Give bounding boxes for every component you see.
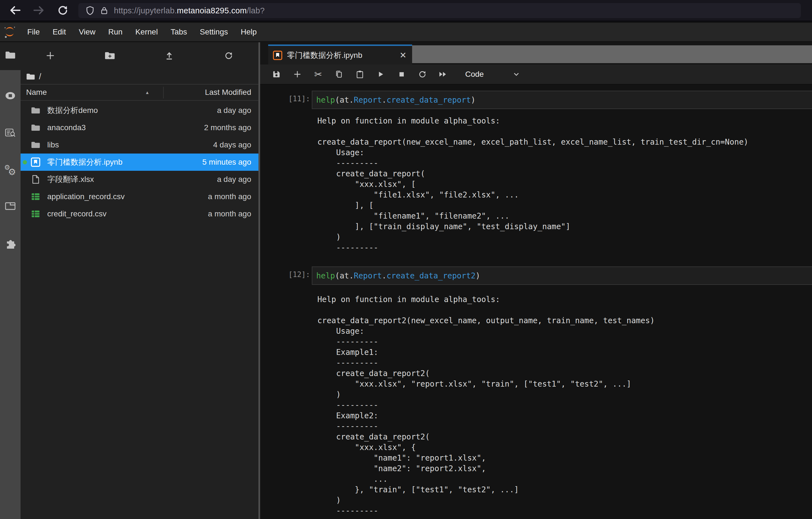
notebook-toolbar: ✂ Code (260, 64, 812, 85)
cell-output-text: Help on function in module alpha_tools: … (317, 116, 748, 253)
file-modified: 4 days ago (213, 140, 251, 149)
close-tab-icon[interactable]: ✕ (400, 50, 407, 60)
menu-item-settings[interactable]: Settings (200, 28, 228, 36)
file-icon (30, 175, 41, 184)
file-name: application_record.csv (47, 192, 125, 201)
home-folder-icon[interactable] (26, 73, 35, 80)
paste-cells-button[interactable] (354, 66, 366, 82)
folder-icon (30, 107, 41, 114)
notebook-icon (30, 157, 41, 167)
running-kernels-icon[interactable] (0, 91, 21, 100)
file-name: credit_record.csv (47, 210, 107, 218)
file-row-file[interactable]: credit_record.csva month ago (21, 205, 258, 222)
menu-item-view[interactable]: View (79, 28, 95, 36)
file-row-file[interactable]: 字段翻译.xlsxa day ago (21, 171, 258, 188)
save-button[interactable] (271, 66, 282, 82)
scissors-icon: ✂ (314, 70, 322, 79)
file-modified: a day ago (217, 106, 251, 115)
chevron-down-icon (512, 70, 521, 78)
dock-tab-bar: 零门槛数据分析.ipynb ✕ (260, 42, 812, 64)
address-bar[interactable]: https://jupyterlab.metanoia8295.com/lab? (78, 3, 801, 18)
lock-icon[interactable] (99, 6, 109, 15)
kernel-running-dot (23, 160, 27, 164)
new-folder-icon[interactable] (99, 46, 121, 65)
file-name: 字段翻译.xlsx (47, 174, 94, 185)
jupyterlab-menu-bar: FileEditViewRunKernelTabsSettingsHelp (0, 23, 812, 42)
sort-ascending-icon[interactable]: ▲ (145, 90, 149, 95)
menu-item-help[interactable]: Help (241, 28, 257, 36)
code-cell-input[interactable]: help(at.Report.create_data_report2) (312, 267, 812, 285)
file-modified: 2 months ago (204, 123, 251, 132)
file-name: libs (47, 140, 59, 149)
folder-icon (30, 124, 41, 132)
cut-cells-button[interactable]: ✂ (312, 66, 324, 82)
restart-kernel-button[interactable] (416, 66, 428, 82)
upload-icon[interactable] (158, 46, 180, 65)
notebook-panel: 零门槛数据分析.ipynb ✕ ✂ (260, 42, 812, 519)
new-launcher-icon[interactable] (39, 46, 61, 65)
browser-back-button[interactable] (6, 1, 24, 19)
file-row-file[interactable]: application_record.csva month ago (21, 188, 258, 205)
tracking-shield-icon[interactable] (85, 5, 95, 16)
cell-output-text: Help on function in module alpha_tools: … (317, 294, 655, 516)
menu-item-kernel[interactable]: Kernel (135, 28, 158, 36)
menu-item-edit[interactable]: Edit (53, 28, 66, 36)
open-tabs-icon[interactable] (0, 202, 21, 210)
file-list-header: Name ▲ Last Modified (21, 84, 258, 101)
refresh-icon[interactable] (218, 46, 240, 65)
restart-run-all-button[interactable] (437, 66, 449, 82)
file-browser-toolbar (21, 42, 258, 69)
extension-manager-icon[interactable] (0, 239, 21, 250)
jupyter-logo-icon (3, 26, 16, 38)
notebook-tab[interactable]: 零门槛数据分析.ipynb ✕ (268, 45, 412, 64)
notebook-file-icon (272, 50, 283, 60)
column-header-modified[interactable]: Last Modified (205, 88, 251, 97)
property-inspector-icon[interactable]: ⚙ ⚙ (0, 164, 21, 176)
page-url: https://jupyterlab.metanoia8295.com/lab? (114, 6, 265, 15)
run-cell-button[interactable] (375, 66, 386, 82)
file-modified: 5 minutes ago (202, 158, 251, 167)
file-modified: a month ago (208, 210, 251, 218)
file-name: 零门槛数据分析.ipynb (47, 157, 122, 167)
csv-icon (30, 193, 41, 200)
browser-reload-button[interactable] (54, 1, 72, 19)
file-row-file[interactable]: 零门槛数据分析.ipynb5 minutes ago (21, 154, 258, 171)
file-name: 数据分析demo (47, 105, 98, 116)
file-browser-panel: / Name ▲ Last Modified 数据分析demoa day ago… (21, 42, 258, 519)
file-row-folder[interactable]: 数据分析demoa day ago (21, 102, 258, 119)
menu-item-file[interactable]: File (27, 28, 40, 36)
interrupt-kernel-button[interactable] (396, 66, 407, 82)
menu-item-tabs[interactable]: Tabs (171, 28, 187, 36)
file-name: anaconda3 (47, 123, 86, 132)
cell-type-value: Code (465, 70, 484, 79)
file-modified: a month ago (208, 192, 251, 201)
cell-type-dropdown[interactable]: Code (465, 70, 521, 79)
browser-toolbar: https://jupyterlab.metanoia8295.com/lab? (0, 0, 812, 22)
code-cell-input[interactable]: help(at.Report.create_data_report) (312, 91, 812, 109)
notebook-cells-area[interactable]: [11]:help(at.Report.create_data_report)H… (260, 85, 812, 519)
add-cell-button[interactable] (291, 66, 303, 82)
code-line: help(at.Report.create_data_report2) (312, 271, 480, 280)
column-header-name[interactable]: Name (26, 88, 47, 97)
cell-input-prompt: [11]: (271, 94, 310, 103)
menu-item-run[interactable]: Run (108, 28, 122, 36)
column-divider (163, 87, 164, 99)
file-row-folder[interactable]: libs4 days ago (21, 136, 258, 154)
tab-bar-empty-area (412, 45, 812, 63)
file-list: 数据分析demoa day agoanaconda32 months agoli… (21, 102, 258, 222)
file-modified: a day ago (217, 175, 251, 184)
activity-sidebar: ⚙ ⚙ (0, 42, 21, 519)
code-line: help(at.Report.create_data_report) (312, 95, 475, 105)
folder-icon (30, 141, 41, 149)
copy-cells-button[interactable] (333, 66, 345, 82)
file-row-folder[interactable]: anaconda32 months ago (21, 119, 258, 136)
breadcrumb-root[interactable]: / (39, 72, 41, 81)
menu-items: FileEditViewRunKernelTabsSettingsHelp (27, 28, 257, 36)
csv-icon (30, 210, 41, 218)
browser-forward-button[interactable] (30, 1, 48, 19)
command-palette-icon[interactable] (0, 128, 21, 138)
file-browser-icon[interactable] (0, 51, 21, 59)
notebook-tab-title: 零门槛数据分析.ipynb (287, 50, 362, 61)
breadcrumb[interactable]: / (21, 69, 41, 84)
cell-input-prompt: [12]: (271, 270, 310, 279)
